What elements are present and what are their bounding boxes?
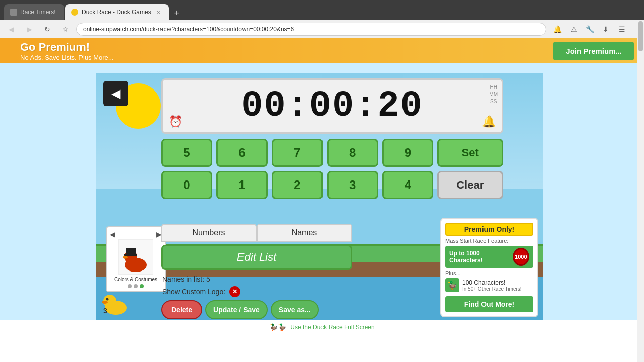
browser-chrome: Race Timers! Duck Race - Duck Games ✕ + xyxy=(0,0,644,20)
find-out-more-button[interactable]: Find Out More! xyxy=(445,296,533,312)
svg-rect-13 xyxy=(126,248,136,255)
timer-alarm-icon: ⏰ xyxy=(169,115,182,128)
notification-icon[interactable]: 🔔 xyxy=(550,22,565,36)
premium-feature-row: 🦆 100 Characters! In 50+ Other Race Time… xyxy=(445,278,533,292)
delete-button[interactable]: Delete xyxy=(161,300,202,319)
custom-logo-x-button[interactable]: ✕ xyxy=(229,286,240,297)
tab-duck-label: Duck Race - Duck Games xyxy=(82,9,151,16)
scrollbar[interactable] xyxy=(637,20,644,362)
address-bar-row: ◀ ▶ ↻ ☆ 🔔 ⚠ 🔧 ⬇ ☰ xyxy=(0,20,644,38)
tab-numbers[interactable]: Numbers xyxy=(161,224,257,242)
chars-circle: 1000 xyxy=(513,248,529,266)
costume-dot-2[interactable] xyxy=(134,284,138,288)
show-custom-logo-label: Show Custom Logo: xyxy=(162,286,225,298)
ad-subtitle: No Ads. Save Lists. Plus More... xyxy=(20,54,114,61)
svg-point-8 xyxy=(102,301,108,304)
num-button-7[interactable]: 7 xyxy=(272,139,323,167)
timer-hms-label: HH MM SS xyxy=(489,84,498,105)
forward-button[interactable]: ▶ xyxy=(22,22,36,36)
game-container: ◀ ⏰ 00:00:20 HH MM SS 🔔 5 6 7 8 xyxy=(96,73,543,320)
num-button-6[interactable]: 6 xyxy=(216,139,268,167)
scrollbar-thumb[interactable] xyxy=(638,21,643,51)
feature-label: 100 Characters! xyxy=(462,279,522,286)
address-input[interactable] xyxy=(76,23,546,36)
svg-point-12 xyxy=(123,256,128,258)
num-button-8[interactable]: 8 xyxy=(327,139,378,167)
download-icon[interactable]: ⬇ xyxy=(599,22,613,36)
action-button-row: Delete Update / Save Save as... xyxy=(161,300,352,319)
save-as-button[interactable]: Save as... xyxy=(271,300,319,319)
extensions-icon[interactable]: 🔧 xyxy=(583,22,597,36)
clear-button[interactable]: Clear xyxy=(437,171,503,199)
feature-text-block: 100 Characters! In 50+ Other Race Timers… xyxy=(462,279,522,292)
feature-duck-icon: 🦆 xyxy=(445,278,459,292)
svg-rect-14 xyxy=(124,254,137,256)
ad-banner: Go Premium! No Ads. Save Lists. Plus Mor… xyxy=(0,38,644,63)
ad-text: Go Premium! No Ads. Save Lists. Plus Mor… xyxy=(20,41,114,61)
status-text: Use the Duck Race Full Screen xyxy=(290,324,374,331)
button-row-2: 0 1 2 3 4 Clear xyxy=(161,171,503,199)
warning-icon[interactable]: ⚠ xyxy=(567,22,581,36)
num-button-0[interactable]: 0 xyxy=(161,171,212,199)
new-tab-button[interactable]: + xyxy=(170,6,184,20)
edit-list-button[interactable]: Edit List xyxy=(161,245,352,270)
costume-prev-arrow[interactable]: ◀ xyxy=(110,230,115,238)
tab-race-timers[interactable]: Race Timers! xyxy=(4,4,64,20)
chars-label: Up to 1000 Characters! xyxy=(449,250,510,264)
menu-icon[interactable]: ☰ xyxy=(615,22,629,36)
num-button-9[interactable]: 9 xyxy=(382,139,434,167)
ad-title: Go Premium! xyxy=(20,41,114,54)
back-arrow-button[interactable]: ◀ xyxy=(103,81,128,106)
tab-favicon-race xyxy=(10,9,17,16)
costume-duck-svg xyxy=(121,241,151,274)
tab-close-button[interactable]: ✕ xyxy=(154,8,163,16)
button-row-1: 5 6 7 8 9 Set xyxy=(161,139,503,167)
costumes-arrows: ◀ ▶ xyxy=(110,230,162,238)
back-arrow-icon: ◀ xyxy=(111,86,120,101)
tab-duck-race[interactable]: Duck Race - Duck Games ✕ xyxy=(65,4,169,20)
timer-bell-icon: 🔔 xyxy=(482,115,496,128)
update-save-button[interactable]: Update / Save xyxy=(205,300,268,319)
costume-dot-3[interactable] xyxy=(140,284,144,288)
costume-dots xyxy=(110,284,162,288)
back-button[interactable]: ◀ xyxy=(4,22,18,36)
costume-dot-1[interactable] xyxy=(128,284,132,288)
num-button-1[interactable]: 1 xyxy=(216,171,268,199)
premium-only-badge: Premium Only! xyxy=(445,223,533,236)
num-button-3[interactable]: 3 xyxy=(327,171,378,199)
costumes-panel: ◀ ▶ Colors & Costumes xyxy=(106,226,166,292)
num-button-5[interactable]: 5 xyxy=(161,139,212,167)
status-bar: 🦆🦆 Use the Duck Race Full Screen xyxy=(0,320,644,334)
costume-image xyxy=(118,239,153,275)
duck-3-container: 3 xyxy=(101,290,131,317)
join-premium-button[interactable]: Join Premium... xyxy=(553,42,634,60)
toolbar-icons: 🔔 ⚠ 🔧 ⬇ ☰ xyxy=(550,22,629,36)
plus-text: Plus... xyxy=(445,270,533,276)
tab-bar: Race Timers! Duck Race - Duck Games ✕ + xyxy=(4,0,184,20)
panel-tab-row: Numbers Names xyxy=(161,224,352,242)
bookmark-button[interactable]: ☆ xyxy=(58,22,72,36)
num-button-4[interactable]: 4 xyxy=(382,171,434,199)
premium-panel: Premium Only! Mass Start Race Feature: U… xyxy=(440,218,538,317)
num-button-2[interactable]: 2 xyxy=(272,171,323,199)
timer-display: ⏰ 00:00:20 HH MM SS 🔔 xyxy=(161,78,503,134)
set-button[interactable]: Set xyxy=(437,139,503,167)
tab-names[interactable]: Names xyxy=(257,224,352,242)
status-duck-icon: 🦆🦆 xyxy=(269,323,286,331)
tab-favicon-duck xyxy=(71,9,78,16)
svg-point-7 xyxy=(106,298,109,301)
refresh-button[interactable]: ↻ xyxy=(40,22,54,36)
costume-label: Colors & Costumes xyxy=(110,277,162,282)
number-buttons-area: 5 6 7 8 9 Set 0 1 2 3 4 Clear xyxy=(161,139,503,203)
timer-value: 00:00:20 xyxy=(241,85,423,127)
tab-race-label: Race Timers! xyxy=(20,9,56,16)
premium-sub-text: Mass Start Race Feature: xyxy=(445,238,533,244)
duck-3-number: 3 xyxy=(103,307,107,315)
premium-chars-badge: Up to 1000 Characters! 1000 xyxy=(445,246,533,268)
feature-sub: In 50+ Other Race Timers! xyxy=(462,286,522,292)
